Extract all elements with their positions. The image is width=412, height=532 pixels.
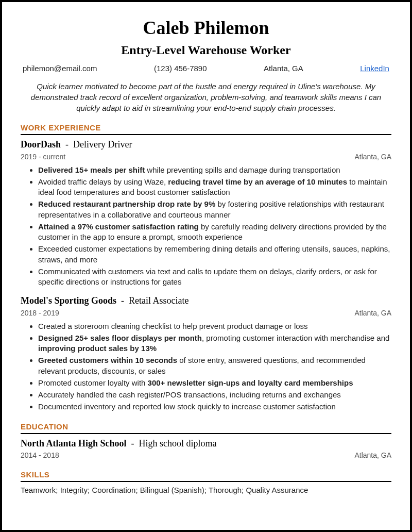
contact-email: philemon@email.com bbox=[23, 63, 97, 74]
section-heading-skills: SKILLS bbox=[21, 470, 391, 481]
bullet: Delivered 15+ meals per shift while prev… bbox=[38, 165, 391, 175]
job-header: Model's Sporting Goods - Retail Associat… bbox=[21, 294, 391, 307]
education-header: North Atlanta High School - High school … bbox=[21, 437, 391, 450]
bullet-text: , promoting customer interaction with me… bbox=[202, 334, 389, 342]
section-rule bbox=[21, 134, 391, 135]
bullet-text: Communicated with customers via text and… bbox=[38, 267, 377, 286]
bullet-bold: Designed 25+ sales floor displays per mo… bbox=[38, 334, 202, 342]
bullet-bold: Attained a 97% customer satisfaction rat… bbox=[38, 222, 199, 231]
bullet: Greeted customers within 10 seconds of s… bbox=[38, 355, 391, 376]
bullet-bold: Delivered 15+ meals per shift bbox=[38, 165, 145, 174]
bullet: Documented inventory and reported low st… bbox=[38, 402, 391, 412]
bullet: Created a storeroom cleaning checklist t… bbox=[38, 321, 391, 331]
contact-phone: (123) 456-7890 bbox=[154, 63, 207, 74]
separator: - bbox=[129, 438, 139, 448]
bullet-text: Accurately handled the cash register/POS… bbox=[38, 390, 341, 399]
section-heading-education: EDUCATION bbox=[21, 422, 391, 433]
job-dates-row: 2018 - 2019 Atlanta, GA bbox=[21, 308, 391, 318]
job-role: Retail Associate bbox=[129, 295, 188, 306]
bullet: Attained a 97% customer satisfaction rat… bbox=[38, 222, 391, 243]
education-location: Atlanta, GA bbox=[354, 451, 391, 460]
bullet: Promoted customer loyalty with 300+ news… bbox=[38, 378, 391, 388]
bullet-bold: 300+ newsletter sign-ups and loyalty car… bbox=[148, 378, 353, 387]
applicant-title: Entry-Level Warehouse Worker bbox=[21, 42, 391, 58]
linkedin-link[interactable]: LinkedIn bbox=[360, 63, 389, 74]
bullet-text: Exceeded customer expectations by rememb… bbox=[38, 244, 390, 263]
bullet-text: Created a storeroom cleaning checklist t… bbox=[38, 322, 308, 330]
bullet: Avoided traffic delays by using Waze, re… bbox=[38, 177, 391, 198]
bullet-bold: Reduced restaurant partnership drop rate… bbox=[38, 200, 215, 208]
education-dates-row: 2014 - 2018 Atlanta, GA bbox=[21, 451, 391, 460]
bullet-text: Documented inventory and reported low st… bbox=[38, 402, 336, 411]
job-dates: 2018 - 2019 bbox=[21, 308, 59, 318]
job-bullets: Delivered 15+ meals per shift while prev… bbox=[21, 165, 391, 288]
applicant-name: Caleb Philemon bbox=[21, 15, 391, 41]
job-dates-row: 2019 - current Atlanta, GA bbox=[21, 152, 391, 162]
bullet-text: while preventing spills and damage durin… bbox=[145, 165, 340, 174]
job-company: DoorDash bbox=[21, 139, 61, 149]
job-bullets: Created a storeroom cleaning checklist t… bbox=[21, 321, 391, 412]
bullet: Communicated with customers via text and… bbox=[38, 267, 391, 288]
school-name: North Atlanta High School bbox=[21, 438, 127, 448]
job-dates: 2019 - current bbox=[21, 152, 65, 162]
contact-row: philemon@email.com (123) 456-7890 Atlant… bbox=[21, 63, 391, 74]
summary-text: Quick learner motivated to become part o… bbox=[21, 81, 391, 113]
bullet-text: Promoted customer loyalty with bbox=[38, 378, 148, 387]
skills-text: Teamwork; Integrity; Coordination; Bilin… bbox=[21, 485, 391, 495]
bullet-bold: reducing travel time by an average of 10… bbox=[168, 177, 347, 186]
contact-location: Atlanta, GA bbox=[264, 63, 303, 74]
section-rule bbox=[21, 433, 391, 434]
job-location: Atlanta, GA bbox=[354, 308, 391, 318]
section-rule bbox=[21, 481, 391, 482]
bullet: Accurately handled the cash register/POS… bbox=[38, 390, 391, 400]
bullet: Exceeded customer expectations by rememb… bbox=[38, 244, 391, 265]
job-location: Atlanta, GA bbox=[354, 152, 391, 162]
job-role: Delivery Driver bbox=[73, 139, 132, 149]
bullet: Designed 25+ sales floor displays per mo… bbox=[38, 333, 391, 354]
job-company: Model's Sporting Goods bbox=[21, 295, 116, 306]
bullet: Reduced restaurant partnership drop rate… bbox=[38, 199, 391, 220]
separator: - bbox=[119, 295, 129, 306]
bullet-bold: improving product sales by 13% bbox=[38, 344, 157, 353]
education-dates: 2014 - 2018 bbox=[21, 451, 59, 460]
section-heading-work: WORK EXPERIENCE bbox=[21, 123, 391, 134]
separator: - bbox=[63, 139, 74, 149]
job-header: DoorDash - Delivery Driver bbox=[21, 138, 391, 151]
bullet-bold: Greeted customers within 10 seconds bbox=[38, 356, 177, 364]
bullet-text: Avoided traffic delays by using Waze, bbox=[38, 177, 168, 186]
degree: High school diploma bbox=[139, 438, 217, 448]
